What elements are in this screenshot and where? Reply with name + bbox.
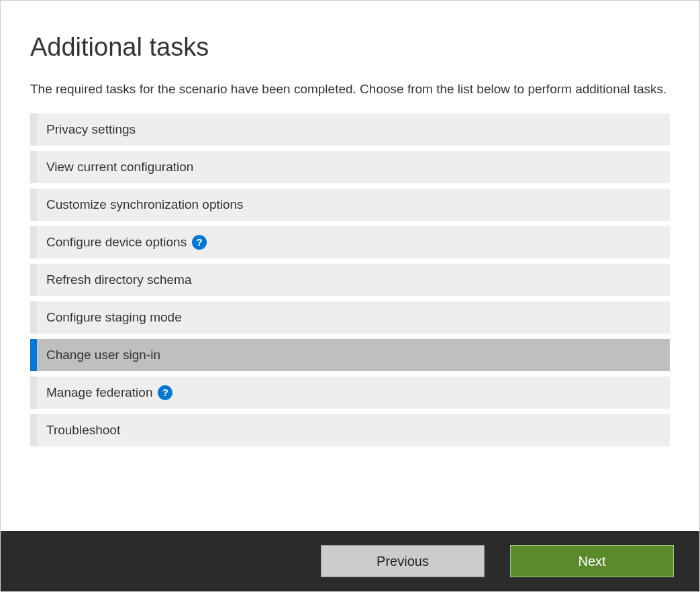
task-indicator [30,189,37,221]
task-indicator [30,151,37,183]
task-item-customize-synchronization-options[interactable]: Customize synchronization options [30,189,670,221]
task-indicator [30,414,37,446]
task-indicator [30,339,37,371]
task-indicator [30,113,37,146]
help-icon[interactable]: ? [192,235,207,250]
previous-button[interactable]: Previous [321,545,485,577]
page-title: Additional tasks [30,33,670,62]
task-label: Change user sign-in [46,348,160,362]
next-button[interactable]: Next [510,545,674,577]
task-indicator [30,264,37,296]
task-list: Privacy settingsView current configurati… [30,113,670,446]
task-indicator [30,301,37,334]
task-item-view-current-configuration[interactable]: View current configuration [30,151,670,183]
task-item-configure-device-options[interactable]: Configure device options? [30,226,670,258]
task-item-change-user-sign-in[interactable]: Change user sign-in [30,339,670,371]
page-description: The required tasks for the scenario have… [30,81,670,99]
task-label: Manage federation [46,385,152,400]
task-label: Configure staging mode [46,310,182,325]
task-label: Refresh directory schema [46,273,191,287]
task-indicator [30,226,37,258]
task-label: Configure device options [46,235,187,250]
footer-bar: Previous Next [1,531,699,591]
task-label: Customize synchronization options [46,197,244,212]
help-icon[interactable]: ? [158,385,172,400]
task-item-manage-federation[interactable]: Manage federation? [30,377,670,409]
task-item-privacy-settings[interactable]: Privacy settings [30,113,670,146]
task-label: Troubleshoot [46,423,120,438]
task-item-troubleshoot[interactable]: Troubleshoot [30,414,670,446]
content-area: Additional tasks The required tasks for … [1,1,699,531]
task-item-refresh-directory-schema[interactable]: Refresh directory schema [30,264,670,296]
task-label: Privacy settings [46,122,136,137]
task-item-configure-staging-mode[interactable]: Configure staging mode [30,301,670,334]
task-label: View current configuration [46,160,193,175]
task-indicator [30,377,37,409]
